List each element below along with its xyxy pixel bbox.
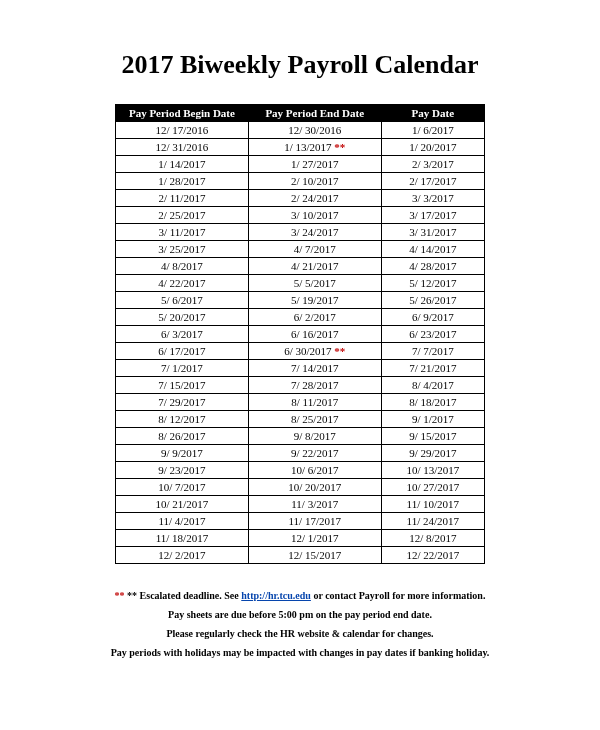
cell-begin-date: 6/ 17/2017 [116, 343, 249, 360]
page-title: 2017 Biweekly Payroll Calendar [60, 50, 540, 80]
escalated-marker: ** [115, 590, 125, 601]
cell-pay-date: 6/ 23/2017 [381, 326, 484, 343]
table-row: 3/ 25/20174/ 7/20174/ 14/2017 [116, 241, 485, 258]
footnote-holidays: Pay periods with holidays may be impacte… [60, 643, 540, 662]
escalated-marker: ** [332, 345, 346, 357]
cell-begin-date: 7/ 1/2017 [116, 360, 249, 377]
table-row: 10/ 21/201711/ 3/201711/ 10/2017 [116, 496, 485, 513]
cell-pay-date: 4/ 14/2017 [381, 241, 484, 258]
cell-end-date: 12/ 15/2017 [248, 547, 381, 564]
cell-pay-date: 10/ 13/2017 [381, 462, 484, 479]
cell-begin-date: 9/ 23/2017 [116, 462, 249, 479]
cell-begin-date: 1/ 14/2017 [116, 156, 249, 173]
cell-end-date: 8/ 11/2017 [248, 394, 381, 411]
table-header-row: Pay Period Begin Date Pay Period End Dat… [116, 105, 485, 122]
cell-end-date: 2/ 24/2017 [248, 190, 381, 207]
cell-end-date: 6/ 30/2017 ** [248, 343, 381, 360]
table-row: 7/ 29/20178/ 11/20178/ 18/2017 [116, 394, 485, 411]
cell-end-date: 8/ 25/2017 [248, 411, 381, 428]
cell-begin-date: 10/ 7/2017 [116, 479, 249, 496]
table-row: 5/ 20/20176/ 2/20176/ 9/2017 [116, 309, 485, 326]
cell-begin-date: 11/ 4/2017 [116, 513, 249, 530]
footnote-text: or contact Payroll for more information. [311, 590, 486, 601]
table-row: 4/ 22/20175/ 5/20175/ 12/2017 [116, 275, 485, 292]
cell-end-date: 10/ 20/2017 [248, 479, 381, 496]
table-row: 1/ 14/20171/ 27/20172/ 3/2017 [116, 156, 485, 173]
cell-begin-date: 6/ 3/2017 [116, 326, 249, 343]
table-row: 12/ 17/201612/ 30/20161/ 6/2017 [116, 122, 485, 139]
cell-end-date: 5/ 5/2017 [248, 275, 381, 292]
hr-link[interactable]: http://hr.tcu.edu [241, 590, 311, 601]
cell-pay-date: 9/ 29/2017 [381, 445, 484, 462]
cell-pay-date: 12/ 22/2017 [381, 547, 484, 564]
cell-end-date: 12/ 1/2017 [248, 530, 381, 547]
footnote-text: ** Escalated deadline. See [127, 590, 241, 601]
col-pay-date: Pay Date [381, 105, 484, 122]
cell-end-date: 6/ 2/2017 [248, 309, 381, 326]
cell-end-date: 6/ 16/2017 [248, 326, 381, 343]
table-row: 3/ 11/20173/ 24/20173/ 31/2017 [116, 224, 485, 241]
cell-end-date: 10/ 6/2017 [248, 462, 381, 479]
cell-pay-date: 3/ 3/2017 [381, 190, 484, 207]
cell-end-date: 2/ 10/2017 [248, 173, 381, 190]
cell-pay-date: 11/ 24/2017 [381, 513, 484, 530]
cell-pay-date: 1/ 6/2017 [381, 122, 484, 139]
table-row: 1/ 28/20172/ 10/20172/ 17/2017 [116, 173, 485, 190]
cell-end-date: 7/ 14/2017 [248, 360, 381, 377]
cell-begin-date: 4/ 8/2017 [116, 258, 249, 275]
cell-end-date: 9/ 8/2017 [248, 428, 381, 445]
footnote-escalated: ** ** Escalated deadline. See http://hr.… [60, 586, 540, 605]
cell-end-date: 11/ 17/2017 [248, 513, 381, 530]
cell-end-date: 9/ 22/2017 [248, 445, 381, 462]
cell-pay-date: 4/ 28/2017 [381, 258, 484, 275]
table-row: 10/ 7/201710/ 20/201710/ 27/2017 [116, 479, 485, 496]
cell-pay-date: 1/ 20/2017 [381, 139, 484, 156]
cell-begin-date: 2/ 11/2017 [116, 190, 249, 207]
cell-begin-date: 2/ 25/2017 [116, 207, 249, 224]
cell-end-date: 7/ 28/2017 [248, 377, 381, 394]
table-row: 9/ 9/20179/ 22/20179/ 29/2017 [116, 445, 485, 462]
cell-begin-date: 5/ 6/2017 [116, 292, 249, 309]
table-row: 8/ 12/20178/ 25/20179/ 1/2017 [116, 411, 485, 428]
cell-begin-date: 12/ 17/2016 [116, 122, 249, 139]
footnotes: ** ** Escalated deadline. See http://hr.… [60, 586, 540, 662]
cell-pay-date: 8/ 4/2017 [381, 377, 484, 394]
table-row: 6/ 3/20176/ 16/20176/ 23/2017 [116, 326, 485, 343]
cell-begin-date: 12/ 2/2017 [116, 547, 249, 564]
cell-pay-date: 8/ 18/2017 [381, 394, 484, 411]
cell-pay-date: 12/ 8/2017 [381, 530, 484, 547]
cell-end-date: 5/ 19/2017 [248, 292, 381, 309]
footnote-check: Please regularly check the HR website & … [60, 624, 540, 643]
cell-end-date: 3/ 10/2017 [248, 207, 381, 224]
table-row: 7/ 1/20177/ 14/20177/ 21/2017 [116, 360, 485, 377]
cell-begin-date: 4/ 22/2017 [116, 275, 249, 292]
cell-pay-date: 9/ 1/2017 [381, 411, 484, 428]
cell-begin-date: 11/ 18/2017 [116, 530, 249, 547]
cell-pay-date: 2/ 3/2017 [381, 156, 484, 173]
cell-end-date: 12/ 30/2016 [248, 122, 381, 139]
cell-pay-date: 10/ 27/2017 [381, 479, 484, 496]
escalated-marker: ** [332, 141, 346, 153]
cell-pay-date: 5/ 12/2017 [381, 275, 484, 292]
footnote-due: Pay sheets are due before 5:00 pm on the… [60, 605, 540, 624]
col-end-date: Pay Period End Date [248, 105, 381, 122]
cell-end-date: 4/ 21/2017 [248, 258, 381, 275]
cell-begin-date: 3/ 11/2017 [116, 224, 249, 241]
cell-begin-date: 10/ 21/2017 [116, 496, 249, 513]
cell-begin-date: 7/ 15/2017 [116, 377, 249, 394]
cell-pay-date: 7/ 7/2017 [381, 343, 484, 360]
cell-pay-date: 3/ 17/2017 [381, 207, 484, 224]
table-row: 11/ 4/201711/ 17/201711/ 24/2017 [116, 513, 485, 530]
table-row: 2/ 25/20173/ 10/20173/ 17/2017 [116, 207, 485, 224]
cell-begin-date: 5/ 20/2017 [116, 309, 249, 326]
table-row: 9/ 23/201710/ 6/201710/ 13/2017 [116, 462, 485, 479]
table-row: 4/ 8/20174/ 21/20174/ 28/2017 [116, 258, 485, 275]
table-row: 12/ 2/201712/ 15/201712/ 22/2017 [116, 547, 485, 564]
cell-end-date: 1/ 27/2017 [248, 156, 381, 173]
cell-begin-date: 1/ 28/2017 [116, 173, 249, 190]
table-row: 7/ 15/20177/ 28/20178/ 4/2017 [116, 377, 485, 394]
cell-begin-date: 8/ 26/2017 [116, 428, 249, 445]
cell-pay-date: 5/ 26/2017 [381, 292, 484, 309]
cell-pay-date: 11/ 10/2017 [381, 496, 484, 513]
cell-end-date: 4/ 7/2017 [248, 241, 381, 258]
